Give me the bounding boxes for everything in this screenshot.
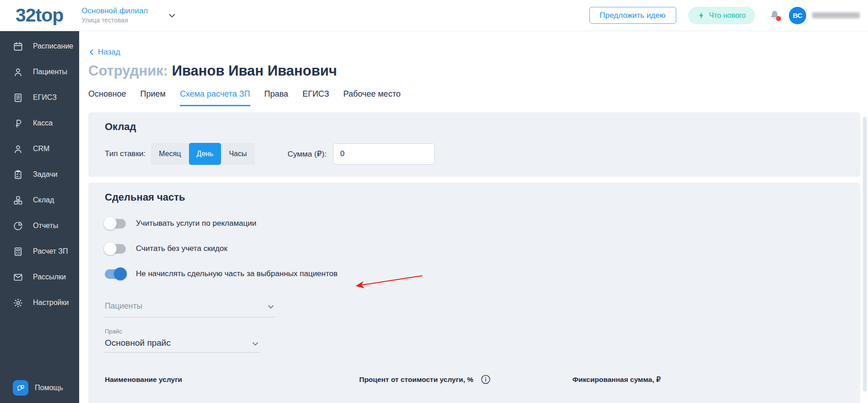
- piecework-card-title: Сдельная часть: [105, 191, 846, 203]
- sidebar-item-reports[interactable]: Отчеты: [0, 213, 79, 239]
- sidebar-item-label: Расчет ЗП: [33, 247, 68, 256]
- notifications-bell-icon[interactable]: [769, 10, 781, 22]
- no-discounts-toggle[interactable]: [105, 244, 126, 254]
- user-avatar[interactable]: ВС: [789, 7, 806, 24]
- sidebar-item-mailings[interactable]: Рассылки: [0, 264, 79, 290]
- sidebar-item-label: ЕГИСЗ: [33, 93, 57, 102]
- toggle-label: Не начислять сдельную часть за выбранных…: [136, 269, 338, 278]
- toggle-row-no-discounts: Считать без учета скидок: [105, 242, 846, 255]
- tab-main[interactable]: Основное: [88, 89, 126, 106]
- toggle-row-exclude-patients: Не начислять сдельную часть за выбранных…: [105, 267, 846, 280]
- branch-name: Основной филиал: [81, 6, 148, 16]
- sidebar-item-crm[interactable]: CRM: [0, 136, 79, 162]
- sidebar-item-warehouse[interactable]: Склад: [0, 187, 79, 213]
- branch-address: Улица тестовая: [81, 16, 148, 25]
- back-link[interactable]: Назад: [88, 48, 120, 57]
- employee-name: Иванов Иван Иванович: [172, 63, 337, 79]
- sidebar-item-payroll[interactable]: Расчет ЗП: [0, 239, 79, 264]
- main-content: Назад Сотрудник: Иванов Иван Иванович Ос…: [79, 31, 868, 403]
- whats-new-button[interactable]: Что нового: [688, 7, 755, 24]
- person-icon: [13, 144, 23, 154]
- employee-title-prefix: Сотрудник:: [88, 63, 168, 79]
- sidebar-item-help[interactable]: Помощь: [13, 380, 63, 396]
- calculator-icon: [13, 246, 23, 257]
- toggle-label: Учитывать услуги по рекламации: [136, 219, 256, 228]
- chevron-down-icon: [267, 303, 275, 311]
- sidebar-item-label: Отчеты: [33, 222, 58, 230]
- reclamation-toggle[interactable]: [105, 219, 126, 229]
- salary-card: Оклад Тип ставки: Месяц День Часы Сумма …: [88, 112, 860, 177]
- sum-input[interactable]: [333, 143, 435, 164]
- branch-chevron-down-icon[interactable]: [167, 11, 177, 21]
- patients-select-placeholder: Пациенты: [105, 301, 142, 311]
- whats-new-label: Что нового: [709, 11, 746, 20]
- notification-badge: [776, 16, 781, 21]
- sum-label: Сумма (₽):: [288, 149, 327, 159]
- price-select[interactable]: Основной прайс: [105, 338, 259, 353]
- patients-select[interactable]: Пациенты: [105, 301, 275, 317]
- sidebar-item-egisz[interactable]: ЕГИСЗ: [0, 85, 79, 110]
- info-icon[interactable]: [481, 375, 491, 384]
- column-fixed-sum: Фиксированная сумма, ₽: [572, 376, 846, 384]
- back-label: Назад: [98, 48, 120, 57]
- chevron-down-icon: [251, 340, 259, 348]
- sidebar-item-label: Склад: [33, 196, 54, 204]
- sidebar-nav: Расписание Пациенты ЕГИСЗ Касса CRM: [0, 31, 79, 403]
- sidebar-item-label: Пациенты: [33, 68, 67, 76]
- sidebar-item-label: Настройки: [33, 299, 69, 307]
- calendar-icon: [13, 41, 23, 52]
- sidebar-item-tasks[interactable]: Задачи: [0, 162, 79, 187]
- sidebar-item-label: Задачи: [33, 170, 58, 179]
- top-header: 32top Основной филиал Улица тестовая Пре…: [0, 0, 868, 31]
- ruble-icon: [13, 118, 23, 129]
- tab-appointment[interactable]: Прием: [140, 89, 165, 106]
- sidebar-item-label: Рассылки: [33, 273, 66, 281]
- tab-workplace[interactable]: Рабочее место: [343, 89, 400, 106]
- salary-card-title: Оклад: [105, 121, 846, 133]
- suggest-idea-button[interactable]: Предложить идею: [589, 7, 676, 24]
- help-label: Помощь: [35, 384, 63, 392]
- patient-icon: [13, 67, 23, 77]
- boxes-icon: [13, 195, 23, 206]
- rate-type-label: Тип ставки:: [105, 149, 146, 158]
- lightning-bolt-icon: [697, 11, 706, 20]
- brand-logo[interactable]: 32top: [16, 5, 63, 26]
- tab-egisz[interactable]: ЕГИСЗ: [302, 89, 329, 106]
- rate-option-hours[interactable]: Часы: [221, 143, 254, 165]
- price-select-label: Прайс: [105, 328, 846, 335]
- pie-chart-icon: [13, 221, 23, 231]
- sidebar-item-label: CRM: [33, 145, 49, 153]
- sidebar-item-cashdesk[interactable]: Касса: [0, 110, 79, 136]
- sidebar-item-patients[interactable]: Пациенты: [0, 59, 79, 85]
- gear-icon: [13, 298, 23, 308]
- price-select-group: Прайс Основной прайс: [105, 328, 846, 353]
- piecework-card: Сдельная часть Учитывать услуги по рекла…: [88, 183, 860, 403]
- sidebar-item-label: Касса: [33, 119, 53, 127]
- envelope-icon: [13, 272, 23, 283]
- exclude-patients-toggle[interactable]: [105, 269, 126, 279]
- column-percent: Процент от стоимости услуги, %: [359, 375, 572, 384]
- help-chat-icon: [13, 380, 28, 396]
- toggle-label: Считать без учета скидок: [136, 244, 227, 253]
- toggle-row-reclamation: Учитывать услуги по рекламации: [105, 217, 846, 230]
- sidebar-item-settings[interactable]: Настройки: [0, 290, 79, 316]
- user-name-redacted[interactable]: [812, 12, 860, 18]
- sidebar-item-label: Расписание: [33, 42, 73, 50]
- page-title: Сотрудник: Иванов Иван Иванович: [88, 63, 860, 79]
- tab-rights[interactable]: Права: [264, 89, 288, 106]
- document-icon: [13, 93, 23, 103]
- branch-selector[interactable]: Основной филиал Улица тестовая: [81, 6, 148, 25]
- services-table-header: Наименование услуги Процент от стоимости…: [105, 375, 846, 384]
- sidebar-item-schedule[interactable]: Расписание: [0, 33, 79, 59]
- app-window: 32top Основной филиал Улица тестовая Пре…: [0, 0, 868, 403]
- clipboard-icon: [13, 169, 23, 180]
- tab-salary-scheme[interactable]: Схема расчета ЗП: [180, 89, 250, 106]
- rate-type-segmented-control: Месяц День Часы: [151, 143, 254, 165]
- rate-option-day[interactable]: День: [189, 143, 221, 165]
- back-chevron-icon: [88, 49, 95, 56]
- vertical-scrollbar[interactable]: [863, 117, 867, 392]
- column-service-name: Наименование услуги: [105, 376, 359, 384]
- rate-option-month[interactable]: Месяц: [151, 143, 189, 165]
- employee-tabs: Основное Прием Схема расчета ЗП Права ЕГ…: [88, 89, 860, 106]
- price-select-value: Основной прайс: [105, 338, 171, 348]
